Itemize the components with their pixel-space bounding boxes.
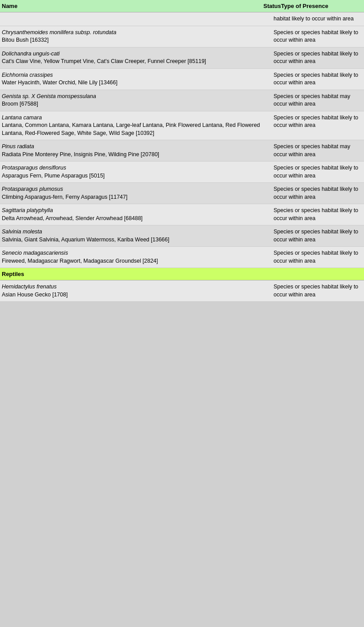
cell-presence: Species or species habitat likely to occ…: [274, 164, 362, 180]
cell-name: [2, 15, 263, 23]
cell-status: [263, 143, 274, 158]
cell-name: Salvinia molestaSalvinia, Giant Salvinia…: [2, 228, 263, 244]
common-name: Climbing Asparagus-fern, Ferny Asparagus…: [2, 194, 128, 200]
cell-presence: Species or species habitat likely to occ…: [274, 249, 362, 265]
scientific-name: Genista sp. X Genista monspessulana: [2, 93, 96, 99]
reptile-rows: Hemidactylus frenatusAsian House Gecko […: [0, 280, 364, 302]
scientific-name: Eichhornia crassipes: [2, 72, 53, 78]
table-row: Genista sp. X Genista monspessulanaBroom…: [0, 90, 364, 111]
species-table: Name Status Type of Presence habitat lik…: [0, 0, 364, 302]
cell-status: [263, 50, 274, 66]
cell-status: [263, 164, 274, 180]
cell-presence: Species or species habitat likely to occ…: [274, 228, 362, 244]
cell-status: [263, 207, 274, 222]
cell-presence: Species or species habitat likely to occ…: [274, 29, 362, 44]
scientific-name: Protasparagus plumosus: [2, 186, 63, 192]
cell-name: Eichhornia crassipesWater Hyacinth, Wate…: [2, 71, 263, 87]
cell-presence: Species or species habitat likely to occ…: [274, 50, 362, 66]
common-name: Fireweed, Madagascar Ragwort, Madagascar…: [2, 258, 158, 264]
cell-presence: Species or species habitat likely to occ…: [274, 71, 362, 87]
common-name: Bitou Bush [16332]: [2, 37, 49, 43]
table-row: Chrysanthemoides monilifera subsp. rotun…: [0, 26, 364, 47]
cell-presence: Species or species habitat likely to occ…: [274, 283, 362, 299]
table-body: Chrysanthemoides monilifera subsp. rotun…: [0, 26, 364, 268]
scientific-name: Dolichandra unguis-cati: [2, 51, 60, 57]
cell-status: [263, 29, 274, 44]
cell-name: Senecio madagascariensisFireweed, Madaga…: [2, 249, 263, 265]
scientific-name: Protasparagus densiflorus: [2, 165, 66, 171]
table-row: habitat likely to occur within area: [0, 12, 364, 26]
cell-presence: Species or species habitat likely to occ…: [274, 114, 362, 138]
cell-status: [263, 185, 274, 201]
scientific-name: Pinus radiata: [2, 143, 34, 150]
category-row-reptiles: Reptiles: [0, 268, 364, 280]
table-row: Dolichandra unguis-catiCat's Claw Vine, …: [0, 47, 364, 69]
header-status: Status: [263, 3, 281, 9]
scientific-name: Chrysanthemoides monilifera subsp. rotun…: [2, 29, 116, 35]
cell-status: [263, 93, 274, 108]
scientific-name: Hemidactylus frenatus: [2, 284, 57, 290]
scientific-name: Senecio madagascariensis: [2, 250, 68, 256]
scientific-name: Salvinia molesta: [2, 229, 42, 235]
cell-presence: Species or species habitat likely to occ…: [274, 207, 362, 222]
table-row: Salvinia molestaSalvinia, Giant Salvinia…: [0, 225, 364, 247]
header-type-of-presence: Type of Presence: [281, 3, 364, 9]
common-name: Broom [67588]: [2, 101, 38, 107]
cell-status: [263, 283, 274, 299]
common-name: Cat's Claw Vine, Yellow Trumpet Vine, Ca…: [2, 58, 206, 64]
table-header: Name Status Type of Presence: [0, 0, 364, 12]
common-name: Salvinia, Giant Salvinia, Aquarium Water…: [2, 237, 169, 243]
cell-name: Chrysanthemoides monilifera subsp. rotun…: [2, 29, 263, 44]
common-name: Radiata Pine Monterey Pine, Insignis Pin…: [2, 151, 159, 158]
table-row: Protasparagus densiflorusAsparagus Fern,…: [0, 162, 364, 183]
category-label: Reptiles: [2, 271, 24, 277]
cell-name: Pinus radiataRadiata Pine Monterey Pine,…: [2, 143, 263, 158]
table-row: Protasparagus plumosusClimbing Asparagus…: [0, 183, 364, 204]
common-name: Water Hyacinth, Water Orchid, Nile Lily …: [2, 79, 117, 86]
common-name: Asparagus Fern, Plume Asparagus [5015]: [2, 173, 105, 179]
table-row: Senecio madagascariensisFireweed, Madaga…: [0, 247, 364, 268]
cell-name: Protasparagus densiflorusAsparagus Fern,…: [2, 164, 263, 180]
cell-name: Hemidactylus frenatusAsian House Gecko […: [2, 283, 263, 299]
cell-status: [263, 228, 274, 244]
scientific-name: Lantana camara: [2, 114, 42, 121]
scientific-name: Sagittaria platyphylla: [2, 207, 53, 213]
cell-status: [263, 71, 274, 87]
header-name: Name: [2, 3, 263, 9]
table-row: Pinus radiataRadiata Pine Monterey Pine,…: [0, 140, 364, 162]
cell-name: Lantana camaraLantana, Common Lantana, K…: [2, 114, 263, 138]
cell-status: [263, 114, 274, 138]
cell-status: [263, 15, 274, 23]
table-row: Lantana camaraLantana, Common Lantana, K…: [0, 111, 364, 141]
cell-name: Protasparagus plumosusClimbing Asparagus…: [2, 185, 263, 201]
cell-name: Dolichandra unguis-catiCat's Claw Vine, …: [2, 50, 263, 66]
cell-presence: Species or species habitat likely to occ…: [274, 185, 362, 201]
cell-presence: Species or species habitat may occur wit…: [274, 93, 362, 108]
table-row: Hemidactylus frenatusAsian House Gecko […: [0, 280, 364, 302]
cell-name: Genista sp. X Genista monspessulanaBroom…: [2, 93, 263, 108]
cell-presence: Species or species habitat may occur wit…: [274, 143, 362, 158]
table-row: Sagittaria platyphyllaDelta Arrowhead, A…: [0, 204, 364, 225]
cell-status: [263, 249, 274, 265]
common-name: Asian House Gecko [1708]: [2, 292, 68, 298]
cell-name: Sagittaria platyphyllaDelta Arrowhead, A…: [2, 207, 263, 222]
common-name: Lantana, Common Lantana, Kamara Lantana,…: [2, 122, 260, 136]
table-row: Eichhornia crassipesWater Hyacinth, Wate…: [0, 69, 364, 90]
common-name: Delta Arrowhead, Arrowhead, Slender Arro…: [2, 215, 143, 221]
cell-presence: habitat likely to occur within area: [274, 15, 362, 23]
